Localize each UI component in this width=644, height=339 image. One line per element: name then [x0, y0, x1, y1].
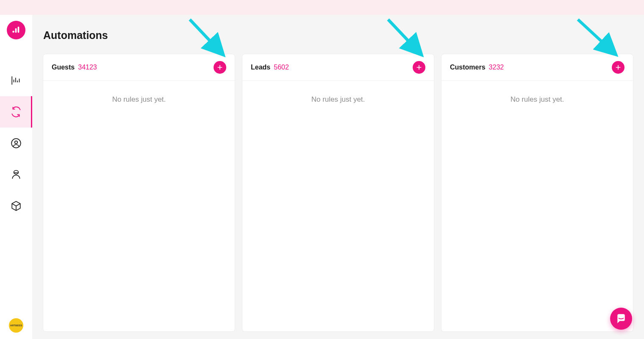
svg-rect-1: [15, 28, 17, 33]
column-header-guests: Guests 34123: [43, 54, 235, 81]
column-body-leads: No rules just yet.: [242, 81, 434, 331]
chat-fab[interactable]: [610, 308, 632, 330]
user-icon: [11, 169, 22, 180]
chat-icon: [616, 313, 627, 324]
refresh-icon: [11, 106, 22, 117]
sidebar-item-products[interactable]: [0, 190, 32, 222]
add-rule-button-guests[interactable]: [214, 61, 226, 74]
column-count: 34123: [78, 64, 97, 71]
column-leads: Leads 5602 No rules just yet.: [242, 54, 434, 331]
column-header-leads: Leads 5602: [242, 54, 434, 81]
svg-rect-2: [18, 27, 19, 33]
sidebar-avatar-container: ARTBEES: [9, 318, 23, 333]
column-body-customers: No rules just yet.: [441, 81, 633, 331]
sidebar-item-analytics[interactable]: [0, 65, 32, 96]
app-container: ARTBEES Automations Guests 34123 No rule…: [0, 15, 644, 339]
svg-point-0: [12, 31, 14, 33]
plus-icon: [416, 64, 422, 71]
svg-point-3: [11, 139, 21, 148]
user-avatar[interactable]: ARTBEES: [9, 318, 23, 333]
column-header-customers: Customers 3232: [441, 54, 633, 81]
automation-columns: Guests 34123 No rules just yet. Leads 56…: [43, 54, 633, 331]
empty-state-text: No rules just yet.: [112, 95, 166, 103]
column-customers: Customers 3232 No rules just yet.: [441, 54, 633, 331]
avatar-label: ARTBEES: [10, 324, 22, 327]
app-logo[interactable]: [7, 21, 25, 39]
sidebar-item-users[interactable]: [0, 159, 32, 190]
column-count: 3232: [489, 64, 504, 71]
column-title: Customers: [450, 64, 486, 71]
svg-point-4: [15, 141, 18, 144]
sidebar-item-contacts[interactable]: [0, 128, 32, 159]
bar-chart-icon: [11, 75, 22, 86]
column-count: 5602: [274, 64, 289, 71]
sidebar-item-automations[interactable]: [0, 96, 32, 128]
sidebar: ARTBEES: [0, 15, 32, 339]
svg-point-5: [14, 170, 19, 174]
add-rule-button-leads[interactable]: [413, 61, 425, 74]
chart-logo-icon: [11, 25, 21, 35]
add-rule-button-customers[interactable]: [612, 61, 625, 74]
empty-state-text: No rules just yet.: [511, 95, 564, 103]
column-title: Leads: [251, 64, 270, 71]
column-title: Guests: [52, 64, 75, 71]
top-banner: [0, 0, 644, 15]
plus-icon: [615, 64, 622, 71]
cube-icon: [11, 200, 22, 211]
column-body-guests: No rules just yet.: [43, 81, 235, 331]
page-title: Automations: [43, 29, 633, 42]
main-content: Automations Guests 34123 No rules just y…: [32, 15, 644, 339]
nav-items: [0, 65, 32, 222]
column-guests: Guests 34123 No rules just yet.: [43, 54, 235, 331]
empty-state-text: No rules just yet.: [311, 95, 365, 103]
person-circle-icon: [11, 138, 22, 149]
plus-icon: [217, 64, 223, 71]
